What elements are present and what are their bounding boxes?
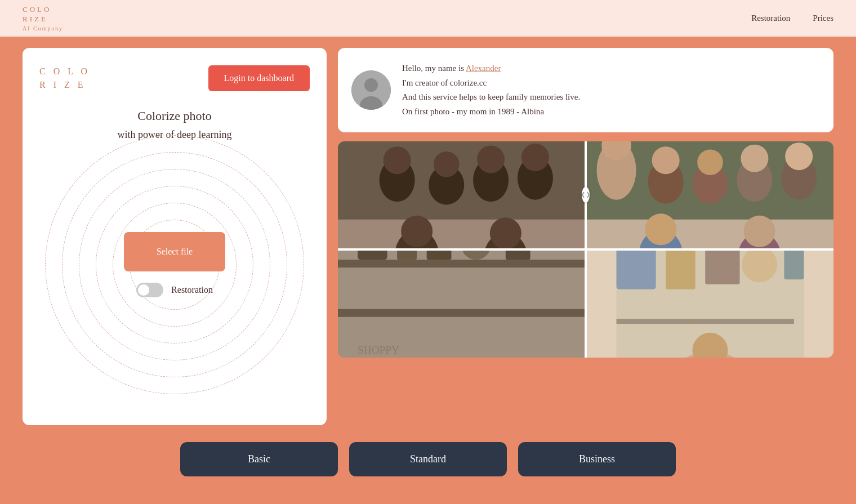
main-area: C O L O R I Z E Login to dashboard Color… (0, 37, 856, 436)
svg-rect-54 (617, 319, 794, 324)
divider-handle[interactable] (582, 187, 590, 203)
avatar (351, 70, 391, 110)
left-panel: C O L O R I Z E Login to dashboard Color… (23, 48, 327, 425)
svg-rect-39 (358, 251, 387, 260)
logo-subtitle: AI Company (23, 25, 63, 32)
photo-bw-bottom: SHOPPY (338, 251, 585, 358)
svg-point-23 (652, 146, 680, 174)
svg-rect-47 (587, 251, 617, 358)
info-name-suffix: Albina (521, 107, 544, 116)
photo-row-top (338, 141, 833, 248)
svg-rect-50 (666, 251, 696, 289)
photo-color-bottom (587, 251, 833, 358)
header: COLORIZE AI Company Restoration Prices (0, 0, 856, 37)
main-nav: Restoration Prices (751, 14, 833, 23)
svg-rect-40 (397, 251, 417, 260)
photo-divider-vertical (585, 141, 587, 248)
panel-logo: C O L O R I Z E (39, 65, 90, 92)
svg-point-14 (401, 216, 433, 247)
svg-rect-41 (427, 251, 452, 260)
svg-point-12 (521, 144, 549, 171)
svg-rect-36 (338, 260, 585, 267)
nav-restoration[interactable]: Restoration (751, 14, 790, 23)
restoration-label: Restoration (171, 285, 213, 295)
select-file-button[interactable]: Select file (124, 232, 225, 271)
info-line-3: And this service helps to keep family me… (402, 90, 580, 105)
author-link[interactable]: Alexander (466, 64, 501, 73)
info-line-4-prefix: On first photo - my mom in 1989 - (402, 107, 521, 116)
svg-point-10 (477, 145, 505, 173)
info-prefix: Hello, my name is (402, 64, 466, 73)
colorize-title: Colorize photo (137, 109, 211, 123)
upload-area[interactable]: Select file Restoration (39, 158, 310, 372)
info-line-2: I'm creator of colorize.cc (402, 76, 580, 91)
svg-point-25 (697, 149, 723, 175)
svg-rect-37 (338, 309, 585, 317)
svg-point-1 (364, 78, 378, 92)
info-line-4: On first photo - my mom in 1989 - Albina (402, 105, 580, 119)
nav-prices[interactable]: Prices (813, 14, 833, 23)
svg-rect-48 (804, 251, 833, 358)
pricing-section: Basic Standard Business (0, 436, 856, 476)
standard-plan-button[interactable]: Standard (349, 442, 507, 476)
svg-point-16 (490, 217, 521, 248)
restoration-row: Restoration (136, 283, 213, 297)
svg-point-8 (434, 151, 460, 177)
info-text: Hello, my name is Alexander I'm creator … (402, 61, 580, 119)
svg-rect-49 (617, 251, 656, 289)
logo-text: COLORIZE (23, 5, 63, 24)
photo-color-top (587, 141, 833, 248)
svg-rect-53 (784, 251, 804, 279)
basic-plan-button[interactable]: Basic (180, 442, 338, 476)
business-plan-button[interactable]: Business (518, 442, 676, 476)
restoration-toggle[interactable] (136, 283, 163, 297)
svg-rect-43 (506, 251, 530, 260)
svg-point-31 (645, 213, 676, 245)
logo: COLORIZE AI Company (23, 5, 63, 32)
svg-text:SHOPPY: SHOPPY (358, 344, 399, 356)
svg-point-29 (785, 142, 813, 170)
svg-point-27 (741, 145, 768, 172)
info-card: Hello, my name is Alexander I'm creator … (338, 48, 833, 132)
photo-comparison-grid: SHOPPY (338, 141, 833, 358)
photo-bw-top (338, 141, 585, 248)
login-button[interactable]: Login to dashboard (208, 65, 310, 91)
right-panel: Hello, my name is Alexander I'm creator … (338, 48, 833, 425)
panel-header: C O L O R I Z E Login to dashboard (39, 65, 310, 92)
svg-point-6 (384, 146, 411, 174)
svg-point-33 (744, 216, 775, 247)
photo-divider-vertical-2 (585, 251, 587, 358)
info-line-1: Hello, my name is Alexander (402, 61, 580, 76)
photo-row-bottom: SHOPPY (338, 251, 833, 358)
svg-rect-51 (705, 251, 739, 284)
